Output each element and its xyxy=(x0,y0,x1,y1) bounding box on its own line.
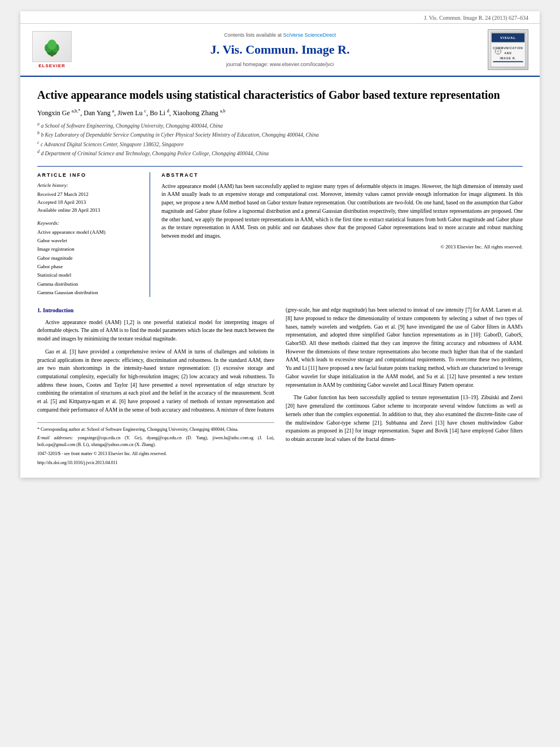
visual-logo-area: VISUAL COMMUNICATION AND IMAGE R. xyxy=(485,29,531,70)
svg-point-4 xyxy=(47,40,56,50)
received-date: Received 27 March 2012 xyxy=(37,190,142,198)
doi-line: http://dx.doi.org/10.1016/j.jvcir.2013.0… xyxy=(37,460,274,466)
article-info-header: ARTICLE INFO xyxy=(37,172,142,178)
issn-line: 1047-3203/$ - see front matter © 2013 El… xyxy=(37,451,274,457)
elsevier-wordmark: ELSEVIER xyxy=(38,63,65,68)
elsevier-logo-area: ELSEVIER xyxy=(29,29,75,70)
visual-logo-box: VISUAL COMMUNICATION AND IMAGE R. xyxy=(488,29,528,70)
article-info-column: ARTICLE INFO Article history: Received 2… xyxy=(37,172,150,298)
accepted-date: Accepted 18 April 2013 xyxy=(37,198,142,206)
email-label: E-mail addresses: xyxy=(37,435,73,440)
intro-paragraph-2: Gao et al. [3] have provided a comprehen… xyxy=(37,348,274,414)
corresponding-author-note: * Corresponding author at: School of Sof… xyxy=(37,426,274,433)
keyword-7: Gamma distribution xyxy=(37,280,142,289)
keywords-label: Keywords: xyxy=(37,220,142,226)
keyword-6: Statistical model xyxy=(37,271,142,279)
abstract-column: ABSTRACT Active appearance model (AAM) h… xyxy=(161,172,523,298)
svg-rect-12 xyxy=(493,61,523,62)
keyword-1: Active appearance model (AAM) xyxy=(37,228,142,237)
svg-text:AND: AND xyxy=(504,52,511,55)
page: J. Vis. Commun. Image R. 24 (2013) 627–6… xyxy=(20,11,540,478)
keywords-list: Active appearance model (AAM) Gabor wave… xyxy=(37,228,142,297)
affiliation-a: a a School of Software Engineering, Chon… xyxy=(37,121,523,130)
sciverse-prefix: Contents lists available at xyxy=(224,32,282,38)
body-right-column: (grey-scale, hue and edge magnitude) has… xyxy=(286,306,523,466)
intro-right-paragraph-2: The Gabor function has been successfully… xyxy=(286,394,523,443)
intro-section-title: 1. Introduction xyxy=(37,306,274,315)
elsevier-logo-box xyxy=(32,31,72,62)
journal-homepage: journal homepage: www.elsevier.com/locat… xyxy=(226,62,334,67)
affiliations: a a School of Software Engineering, Chon… xyxy=(37,121,523,158)
body-content: 1. Introduction Active appearance model … xyxy=(37,306,523,466)
svg-text:VISUAL: VISUAL xyxy=(500,36,516,40)
affiliation-c: c c Advanced Digital Sciences Center, Si… xyxy=(37,139,523,148)
journal-reference: J. Vis. Commun. Image R. 24 (2013) 627–6… xyxy=(20,11,540,24)
intro-right-paragraph-1: (grey-scale, hue and edge magnitude) has… xyxy=(286,306,523,389)
abstract-header: ABSTRACT xyxy=(161,172,523,178)
visual-journal-logo: VISUAL COMMUNICATION AND IMAGE R. xyxy=(491,30,526,69)
copyright-line: © 2013 Elsevier Inc. All rights reserved… xyxy=(161,244,523,250)
keyword-5: Gabor phase xyxy=(37,263,142,271)
keyword-8: Gamma Gaussian distribution xyxy=(37,289,142,297)
intro-paragraph-1: Active appearance model (AAM) [1,2] is o… xyxy=(37,318,274,343)
sciverse-line: Contents lists available at SciVerse Sci… xyxy=(224,32,336,38)
journal-header-center: Contents lists available at SciVerse Sci… xyxy=(80,29,480,70)
journal-ref-text: J. Vis. Commun. Image R. 24 (2013) 627–6… xyxy=(424,15,528,21)
footnotes-section: * Corresponding author at: School of Sof… xyxy=(37,422,274,466)
email-line: E-mail addresses: yongxinge@cqu.edu.cn (… xyxy=(37,435,274,448)
article-dates: Received 27 March 2012 Accepted 18 April… xyxy=(37,190,142,215)
article-title: Active appearance models using statistic… xyxy=(37,87,523,103)
keyword-3: Image registration xyxy=(37,245,142,254)
body-left-column: 1. Introduction Active appearance model … xyxy=(37,306,274,466)
available-date: Available online 28 April 2013 xyxy=(37,206,142,214)
main-content-area: Active appearance models using statistic… xyxy=(20,77,540,478)
journal-header: ELSEVIER Contents lists available at Sci… xyxy=(20,24,540,77)
keyword-4: Gabor magnitude xyxy=(37,254,142,263)
affiliation-b: b b Key Laboratory of Dependable Service… xyxy=(37,130,523,139)
elsevier-tree-icon xyxy=(41,37,63,57)
keyword-2: Gabor wavelet xyxy=(37,237,142,245)
journal-title-display: J. Vis. Commun. Image R. xyxy=(211,42,350,57)
svg-text:IMAGE R.: IMAGE R. xyxy=(500,57,516,60)
sciverse-link[interactable]: SciVerse ScienceDirect xyxy=(283,32,336,38)
affiliation-d: d d Department of Criminal Science and T… xyxy=(37,148,523,158)
article-history-label: Article history: xyxy=(37,182,142,188)
info-abstract-section: ARTICLE INFO Article history: Received 2… xyxy=(37,166,523,298)
abstract-text: Active appearance model (AAM) has been s… xyxy=(161,182,523,241)
authors-line: Yongxin Ge a,b,*, Dan Yang a, Jiwen Lu c… xyxy=(37,108,523,117)
